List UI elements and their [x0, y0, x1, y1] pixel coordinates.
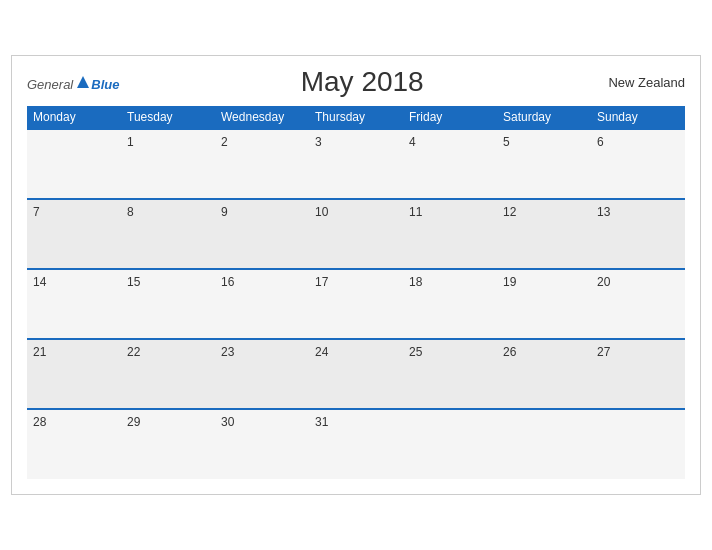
- week-row-3: 21222324252627: [27, 339, 685, 409]
- logo: General Blue: [27, 74, 119, 91]
- calendar-cell: [27, 129, 121, 199]
- calendar-cell: 10: [309, 199, 403, 269]
- calendar-table: MondayTuesdayWednesdayThursdayFridaySatu…: [27, 106, 685, 479]
- day-header-row: MondayTuesdayWednesdayThursdayFridaySatu…: [27, 106, 685, 129]
- week-row-2: 14151617181920: [27, 269, 685, 339]
- calendar-cell: 30: [215, 409, 309, 479]
- svg-marker-0: [77, 76, 89, 88]
- calendar-cell: 20: [591, 269, 685, 339]
- calendar-cell: [497, 409, 591, 479]
- week-row-1: 78910111213: [27, 199, 685, 269]
- calendar-cell: 29: [121, 409, 215, 479]
- calendar-cell: 21: [27, 339, 121, 409]
- calendar-cell: 6: [591, 129, 685, 199]
- calendar-cell: 22: [121, 339, 215, 409]
- calendar-cell: 1: [121, 129, 215, 199]
- day-header-friday: Friday: [403, 106, 497, 129]
- calendar-cell: 24: [309, 339, 403, 409]
- logo-icon: [75, 74, 91, 90]
- day-header-sunday: Sunday: [591, 106, 685, 129]
- logo-general-text: General: [27, 78, 73, 91]
- calendar-title: May 2018: [119, 66, 605, 98]
- calendar-cell: 8: [121, 199, 215, 269]
- day-header-monday: Monday: [27, 106, 121, 129]
- country-label: New Zealand: [605, 75, 685, 90]
- day-header-thursday: Thursday: [309, 106, 403, 129]
- calendar-cell: 17: [309, 269, 403, 339]
- calendar-cell: 5: [497, 129, 591, 199]
- calendar-cell: 19: [497, 269, 591, 339]
- day-header-wednesday: Wednesday: [215, 106, 309, 129]
- day-header-tuesday: Tuesday: [121, 106, 215, 129]
- week-row-4: 28293031: [27, 409, 685, 479]
- calendar-cell: 14: [27, 269, 121, 339]
- calendar-body: 1234567891011121314151617181920212223242…: [27, 129, 685, 479]
- calendar-cell: 15: [121, 269, 215, 339]
- calendar: General Blue May 2018 New Zealand Monday…: [11, 55, 701, 495]
- calendar-cell: 28: [27, 409, 121, 479]
- calendar-cell: 4: [403, 129, 497, 199]
- calendar-cell: 2: [215, 129, 309, 199]
- calendar-cell: [591, 409, 685, 479]
- day-header-saturday: Saturday: [497, 106, 591, 129]
- calendar-cell: 25: [403, 339, 497, 409]
- calendar-cell: 11: [403, 199, 497, 269]
- week-row-0: 123456: [27, 129, 685, 199]
- calendar-cell: 18: [403, 269, 497, 339]
- calendar-cell: 31: [309, 409, 403, 479]
- calendar-cell: 27: [591, 339, 685, 409]
- calendar-header: General Blue May 2018 New Zealand: [27, 66, 685, 98]
- calendar-cell: 23: [215, 339, 309, 409]
- calendar-cell: 13: [591, 199, 685, 269]
- calendar-cell: 16: [215, 269, 309, 339]
- calendar-cell: 9: [215, 199, 309, 269]
- calendar-cell: 26: [497, 339, 591, 409]
- calendar-cell: 12: [497, 199, 591, 269]
- calendar-cell: 3: [309, 129, 403, 199]
- calendar-cell: 7: [27, 199, 121, 269]
- calendar-cell: [403, 409, 497, 479]
- logo-blue-text: Blue: [91, 78, 119, 91]
